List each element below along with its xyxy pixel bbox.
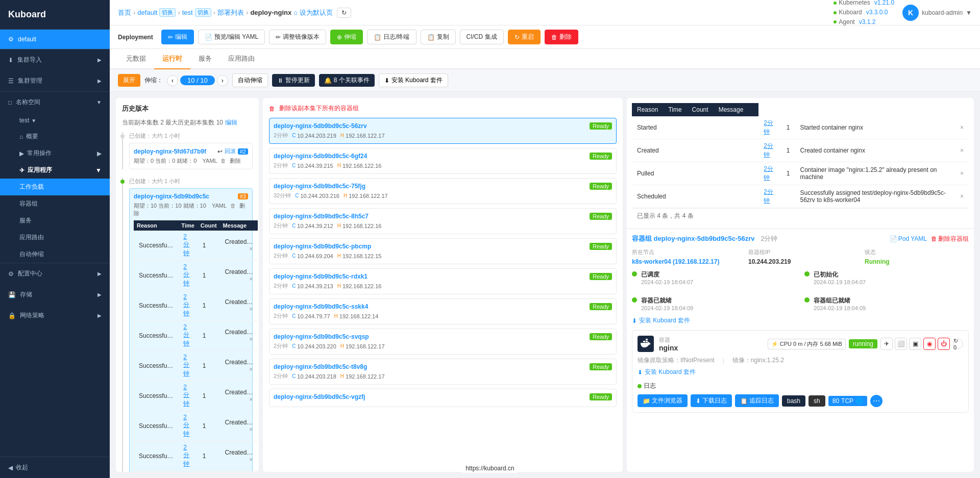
close-icon[interactable]: ×: [249, 306, 253, 313]
node-link[interactable]: k8s-worker04 (192.168.122.17): [632, 258, 719, 265]
pod-card[interactable]: deploy-nginx-5db9bd9c5c-t8v8g Ready 2分钟 …: [269, 359, 617, 385]
close-icon[interactable]: ×: [960, 193, 964, 200]
pod-card[interactable]: deploy-nginx-5db9bd9c5c-6gf24 Ready 2分钟 …: [269, 148, 617, 174]
yaml-link-old[interactable]: YAML: [203, 158, 217, 164]
counter-badge[interactable]: ↻ 0: [953, 339, 963, 349]
sidebar-item-namespace[interactable]: □ 名称空间 ▼: [0, 92, 110, 113]
adjust-image-button[interactable]: ✏调整镜像版本: [269, 30, 326, 44]
auto-scale-button[interactable]: 自动伸缩: [232, 73, 268, 87]
sidebar-item-auto-scale[interactable]: 自动伸缩: [0, 246, 110, 263]
breadcrumb-deploy-list[interactable]: 部署列表: [217, 8, 244, 17]
sidebar-item-container-group[interactable]: 容器组: [0, 195, 110, 212]
breadcrumb-tag-test[interactable]: 切换: [195, 8, 211, 17]
stop-icon[interactable]: ◉: [923, 338, 936, 350]
refresh-btn[interactable]: ↻: [337, 8, 351, 18]
tab-service[interactable]: 服务: [190, 49, 220, 69]
detail-col-close: [748, 103, 758, 116]
pod-card[interactable]: deploy-nginx-5db9bd9c5c-rdxk1 Ready 2分钟 …: [269, 268, 617, 294]
scale-decrease-btn[interactable]: ‹: [167, 75, 178, 86]
pod-card[interactable]: deploy-nginx-5db9bd9c5c-75fjg Ready 32分钟…: [269, 178, 617, 204]
log-terminal-button[interactable]: 📋日志/终端: [367, 30, 416, 44]
download-log-btn[interactable]: ⬇ 下载日志: [691, 394, 732, 407]
pod-card[interactable]: deploy-nginx-5db9bd9c5c-pbcmp Ready 2分钟 …: [269, 238, 617, 264]
sidebar-item-workload[interactable]: 工作负载: [0, 179, 110, 195]
close-icon[interactable]: ×: [960, 170, 964, 177]
close-icon[interactable]: ×: [249, 396, 253, 403]
breadcrumb-set-default[interactable]: 设为默认页: [300, 8, 333, 17]
breadcrumb-tag-default[interactable]: 切换: [159, 8, 176, 17]
table-row: Pulled 2分钟 1 Container image "nginx:1.25…: [632, 162, 969, 185]
cicd-button[interactable]: CI/CD 集成: [460, 30, 504, 44]
pod-yaml-btn[interactable]: 📄 Pod YAML: [890, 235, 927, 243]
pod-card[interactable]: deploy-nginx-5db9bd9c5c-svqsp Ready 2分钟 …: [269, 329, 617, 355]
pod-time: 2分钟: [274, 342, 288, 350]
clone-button[interactable]: 📋复制: [421, 30, 456, 44]
monitor-icon[interactable]: ▣: [909, 338, 921, 350]
trace-log-btn[interactable]: 📋 追踪日志: [735, 394, 779, 407]
terminal-icon[interactable]: ⬜: [895, 338, 907, 350]
close-icon[interactable]: ×: [249, 245, 253, 253]
sidebar-item-common-ops[interactable]: ▶ 常用操作 ▶: [0, 145, 110, 162]
install-kuboard-container[interactable]: ⬇ 安装 Kuboard 套件: [638, 368, 963, 376]
delete-button[interactable]: 🗑删除: [545, 30, 578, 44]
rollback-link[interactable]: 回滚: [225, 147, 236, 155]
bash-btn[interactable]: bash: [782, 395, 805, 407]
pause-update-button[interactable]: ⏸ 暂停更新: [272, 74, 315, 87]
install-kuboard-btn[interactable]: ⬇ 安装 Kuboard 套件: [379, 73, 448, 87]
install-kuboard-link[interactable]: ⬇ 安装 Kuboard 套件: [632, 316, 969, 325]
close-icon[interactable]: ×: [960, 147, 964, 154]
user-info[interactable]: K kuboard-admin ▼: [902, 5, 972, 21]
sidebar-item-network-policy[interactable]: 🔒 网络策略 ▶: [0, 305, 110, 326]
tab-metadata[interactable]: 元数据: [118, 49, 154, 69]
more-actions-btn[interactable]: ⋯: [870, 395, 883, 407]
tab-app-route[interactable]: 应用路由: [220, 49, 263, 69]
pod-card[interactable]: deploy-nginx-5db9bd9c5c-vgzfj Ready: [269, 389, 617, 407]
file-browser-btn[interactable]: 📁 文件浏览器: [638, 394, 688, 407]
port-badge[interactable]: 80 TCP 🌐: [828, 396, 867, 406]
sidebar-item-app-route[interactable]: 应用路由: [0, 229, 110, 246]
delete-all-pods-btn[interactable]: 删除该副本集下所有的容器组: [279, 104, 359, 113]
events-button[interactable]: 🔔 8 个关联事件: [319, 74, 375, 87]
scale-increase-btn[interactable]: ›: [217, 75, 228, 86]
sidebar-item-overview[interactable]: ⌂ 概要: [0, 128, 110, 145]
preview-yaml-button[interactable]: 📄预览/编辑 YAML: [198, 30, 265, 44]
pod-card[interactable]: deploy-nginx-5db9bd9c5c-8h5c7 Ready 2分钟 …: [269, 208, 617, 234]
close-icon[interactable]: ×: [960, 124, 964, 131]
sh-btn[interactable]: sh: [808, 395, 825, 407]
sidebar-item-default[interactable]: ⚙ default: [0, 30, 110, 49]
edit-button[interactable]: ✏编辑: [161, 30, 194, 44]
close-icon[interactable]: ×: [249, 426, 253, 433]
pod-card[interactable]: deploy-nginx-5db9bd9c5c-sskk4 Ready 2分钟 …: [269, 298, 617, 324]
sidebar-item-config-center[interactable]: ⚙ 配置中心 ▶: [0, 263, 110, 284]
close-icon[interactable]: ×: [249, 456, 253, 463]
breadcrumb-default[interactable]: default: [137, 9, 157, 16]
breadcrumb-home[interactable]: 首页: [118, 8, 131, 17]
delete-container-btn[interactable]: 🗑 删除容器组: [931, 235, 969, 243]
pod-status-badge: Ready: [590, 363, 612, 370]
sidebar-item-test-ns[interactable]: test ▼: [0, 113, 110, 128]
tab-runtime[interactable]: 运行时: [154, 49, 190, 69]
history-card-current[interactable]: deploy-nginx-5db9bd9c5c #3 期望：10 当前：10 就…: [129, 188, 253, 472]
send-icon[interactable]: ✈: [880, 338, 893, 350]
yaml-link-current[interactable]: YAML: [212, 203, 227, 209]
pods-list: deploy-nginx-5db9bd9c5c-56zrv Ready 2分钟 …: [269, 118, 617, 407]
close-icon[interactable]: ×: [249, 336, 253, 343]
scale-button[interactable]: ⊕伸缩: [330, 30, 363, 44]
sidebar-item-cluster-mgmt[interactable]: ☰ 集群管理 ▶: [0, 70, 110, 91]
sidebar-item-app-prog[interactable]: ✈ 应用程序 ▼: [0, 162, 110, 179]
history-edit-link[interactable]: 编辑: [225, 118, 237, 127]
pod-card[interactable]: deploy-nginx-5db9bd9c5c-56zrv Ready 2分钟 …: [269, 118, 617, 144]
delete-link-old[interactable]: 删除: [230, 158, 241, 164]
sidebar-collapse-btn[interactable]: ◀ 收起: [0, 457, 110, 478]
sidebar-item-storage[interactable]: 💾 存储 ▶: [0, 284, 110, 305]
power-icon[interactable]: ⏻: [938, 338, 950, 350]
close-icon[interactable]: ×: [249, 275, 253, 283]
sidebar-item-cluster-import[interactable]: ⬇ 集群导入 ▶: [0, 49, 110, 70]
breadcrumb-test[interactable]: test: [182, 9, 193, 16]
restart-button[interactable]: ↻重启: [508, 30, 541, 44]
expand-button[interactable]: 展开: [118, 74, 140, 87]
node-ip: H 192.168.122.17: [340, 133, 385, 139]
close-icon[interactable]: ×: [249, 366, 253, 373]
history-card-old[interactable]: deploy-nginx-5fd67d7b9f ↩ 回滚 #2 期望：0 当前：…: [129, 143, 253, 169]
sidebar-item-service[interactable]: 服务: [0, 212, 110, 229]
